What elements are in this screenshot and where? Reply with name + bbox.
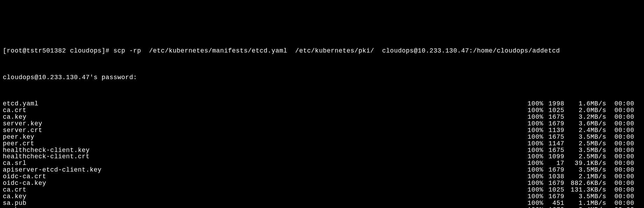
file-size: 1675: [543, 114, 564, 120]
file-percent: 100%: [522, 180, 543, 187]
file-time: 00:00: [606, 114, 634, 120]
file-time: 00:00: [606, 193, 634, 200]
password-prompt: cloudops@10.233.130.47's password:: [3, 74, 641, 81]
file-name: peer.key: [3, 134, 34, 140]
file-time: 00:00: [606, 187, 634, 193]
file-name: peer.crt: [3, 140, 34, 147]
file-stats: 100%4511.1MB/s00:00: [522, 200, 641, 207]
scp-progress-row: oidc-ca.key100%1679882.6KB/s00:00: [3, 180, 641, 187]
file-name: ca.srl: [3, 160, 27, 167]
scp-progress-row: etcd.yaml100%19981.6MB/s00:00: [3, 100, 641, 107]
file-percent: 100%: [522, 200, 543, 207]
file-rate: 1.6MB/s: [564, 100, 606, 107]
file-stats: 100%10382.1MB/s00:00: [522, 173, 641, 180]
file-time: 00:00: [606, 207, 634, 208]
file-size: 451: [543, 200, 564, 207]
shell-prompt: [root@tstr501382 cloudops]#: [3, 47, 113, 54]
file-size: 1099: [543, 153, 564, 160]
file-size: 1675: [543, 134, 564, 140]
scp-progress-row: server.key100%16793.6MB/s00:00: [3, 120, 641, 127]
file-name: server.key: [3, 120, 42, 127]
file-name: ca.key: [3, 193, 27, 200]
file-rate: 3.5MB/s: [564, 193, 606, 200]
file-rate: 39.1KB/s: [564, 160, 606, 167]
file-rate: 2.0MB/s: [564, 107, 606, 114]
file-percent: 100%: [522, 187, 543, 193]
file-name: sa.pub: [3, 200, 27, 207]
scp-progress-row: oidc-ca.crt100%10382.1MB/s00:00: [3, 173, 641, 180]
file-time: 00:00: [606, 120, 634, 127]
file-size: 1139: [543, 127, 564, 134]
file-rate: 3.5MB/s: [564, 167, 606, 173]
file-name: healthcheck-client.key: [3, 147, 90, 154]
file-rate: 3.2MB/s: [564, 114, 606, 120]
file-percent: 100%: [522, 120, 543, 127]
terminal-output: [root@tstr501382 cloudops]# scp -rp /etc…: [3, 28, 641, 208]
file-stats: 100%11472.5MB/s00:00: [522, 140, 641, 147]
file-stats: 100%10252.0MB/s00:00: [522, 107, 641, 114]
file-name: etcd.yaml: [3, 100, 38, 107]
file-time: 00:00: [606, 134, 634, 140]
file-size: 1675: [543, 147, 564, 154]
file-name: healthcheck-client.crt: [3, 153, 90, 160]
command-line: [root@tstr501382 cloudops]# scp -rp /etc…: [3, 48, 641, 54]
file-name: ca.crt: [3, 107, 27, 114]
file-rate: 882.6KB/s: [564, 180, 606, 187]
file-percent: 100%: [522, 153, 543, 160]
file-name: oidc-ca.key: [3, 180, 46, 187]
scp-progress-row: ca.key100%16753.2MB/s00:00: [3, 114, 641, 120]
file-percent: 100%: [522, 207, 543, 208]
file-rate: 3.4MB/s: [564, 207, 606, 208]
file-name: ca.key: [3, 114, 27, 120]
file-stats: 100%1679882.6KB/s00:00: [522, 180, 641, 187]
file-time: 00:00: [606, 200, 634, 207]
file-stats: 100%1025131.3KB/s00:00: [522, 187, 641, 193]
file-size: 1679: [543, 120, 564, 127]
file-name: ca.crt: [3, 187, 27, 193]
scp-progress-row: server.crt100%11392.4MB/s00:00: [3, 127, 641, 134]
file-percent: 100%: [522, 107, 543, 114]
file-rate: 2.1MB/s: [564, 173, 606, 180]
file-time: 00:00: [606, 127, 634, 134]
file-percent: 100%: [522, 100, 543, 107]
scp-progress-row: healthcheck-client.key100%16753.5MB/s00:…: [3, 147, 641, 154]
file-stats: 100%11392.4MB/s00:00: [522, 127, 641, 134]
file-percent: 100%: [522, 114, 543, 120]
file-rate: 3.5MB/s: [564, 134, 606, 140]
scp-progress-row: peer.crt100%11472.5MB/s00:00: [3, 140, 641, 147]
file-percent: 100%: [522, 127, 543, 134]
file-time: 00:00: [606, 140, 634, 147]
file-stats: 100%16793.6MB/s00:00: [522, 120, 641, 127]
file-stats: 100%16793.5MB/s00:00: [522, 193, 641, 200]
scp-progress-row: healthcheck-client.crt100%10992.5MB/s00:…: [3, 153, 641, 160]
file-rate: 2.4MB/s: [564, 127, 606, 134]
scp-progress-row: ca.crt100%1025131.3KB/s00:00: [3, 187, 641, 193]
scp-progress-row: ca.key100%16793.5MB/s00:00: [3, 193, 641, 200]
file-rate: 2.5MB/s: [564, 153, 606, 160]
file-time: 00:00: [606, 173, 634, 180]
file-percent: 100%: [522, 134, 543, 140]
file-stats: 100%19981.6MB/s00:00: [522, 100, 641, 107]
file-percent: 100%: [522, 167, 543, 173]
file-size: 1998: [543, 100, 564, 107]
file-stats: 100%16753.5MB/s00:00: [522, 147, 641, 154]
file-size: 1679: [543, 207, 564, 208]
file-rate: 1.1MB/s: [564, 200, 606, 207]
scp-progress-list: etcd.yaml100%19981.6MB/s00:00ca.crt100%1…: [3, 100, 641, 208]
file-size: 1025: [543, 107, 564, 114]
scp-progress-row: ca.srl100%1739.1KB/s00:00: [3, 160, 641, 167]
file-time: 00:00: [606, 153, 634, 160]
file-time: 00:00: [606, 107, 634, 114]
file-size: 1025: [543, 187, 564, 193]
file-name: sa.key: [3, 207, 27, 208]
scp-progress-row: sa.pub100%4511.1MB/s00:00: [3, 200, 641, 207]
scp-progress-row: ca.crt100%10252.0MB/s00:00: [3, 107, 641, 114]
file-time: 00:00: [606, 180, 634, 187]
file-percent: 100%: [522, 193, 543, 200]
file-time: 00:00: [606, 167, 634, 173]
file-stats: 100%1739.1KB/s00:00: [522, 160, 641, 167]
file-time: 00:00: [606, 147, 634, 154]
file-stats: 100%16753.2MB/s00:00: [522, 114, 641, 120]
file-rate: 131.3KB/s: [564, 187, 606, 193]
file-time: 00:00: [606, 100, 634, 107]
